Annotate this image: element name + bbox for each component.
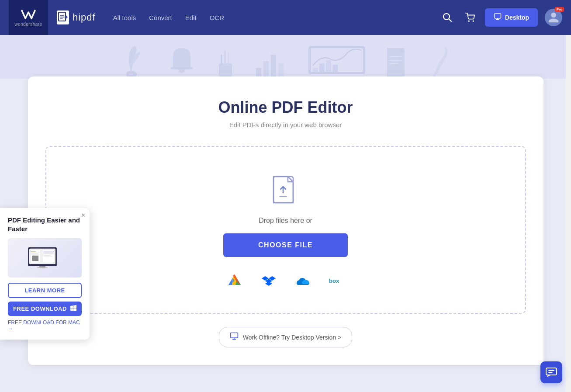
- svg-point-10: [179, 69, 185, 73]
- hipdf-icon: [57, 10, 69, 24]
- page-subtitle: Edit PDFs directly in your web browser: [45, 121, 526, 128]
- popup-close-button[interactable]: ×: [81, 212, 85, 219]
- desktop-button[interactable]: Desktop: [485, 8, 538, 27]
- popup-image: [8, 238, 82, 278]
- svg-rect-40: [31, 251, 36, 252]
- desktop-banner: Work Offline? Try Desktop Version >: [45, 327, 526, 347]
- svg-rect-13: [228, 52, 229, 66]
- upload-icon: [270, 173, 301, 208]
- popup-title: PDF Editing Easier and Faster: [8, 216, 82, 233]
- popup-download-button[interactable]: FREE DOWNLOAD: [8, 302, 82, 316]
- svg-rect-15: [256, 68, 261, 77]
- popup-img-inner: [8, 238, 82, 278]
- box-button[interactable]: box: [326, 270, 347, 291]
- cloud-services: box: [64, 270, 508, 291]
- desktop-btn-label: Desktop: [505, 14, 529, 21]
- popup-download-label: FREE DOWNLOAD: [13, 305, 67, 312]
- svg-rect-17: [271, 55, 276, 77]
- svg-rect-12: [224, 50, 226, 66]
- desktop-version-link[interactable]: Work Offline? Try Desktop Version >: [219, 327, 353, 347]
- windows-icon: [70, 305, 76, 312]
- svg-rect-25: [332, 65, 338, 72]
- page-title: Online PDF Editor: [45, 98, 526, 117]
- scrollbar[interactable]: [566, 0, 571, 392]
- nav-ocr[interactable]: OCR: [210, 12, 224, 24]
- svg-point-3: [468, 21, 469, 21]
- svg-rect-42: [31, 253, 38, 254]
- svg-rect-23: [319, 63, 325, 72]
- svg-rect-5: [494, 14, 501, 18]
- google-drive-button[interactable]: [224, 270, 245, 291]
- svg-rect-47: [43, 255, 51, 256]
- svg-rect-48: [43, 256, 53, 257]
- svg-rect-49: [39, 266, 45, 267]
- svg-rect-51: [546, 368, 557, 375]
- hipdf-text: hipdf: [73, 12, 96, 23]
- pro-badge: Pro: [555, 7, 564, 12]
- brand: wondershare hipdf: [9, 0, 104, 35]
- drop-text: Drop files here or: [64, 217, 508, 225]
- wondershare-logo: wondershare: [9, 0, 48, 35]
- svg-rect-41: [31, 252, 40, 253]
- svg-point-4: [473, 21, 474, 21]
- svg-rect-43: [31, 254, 40, 255]
- svg-rect-14: [221, 55, 222, 66]
- popup-card: × PDF Editing Easier and Faster: [0, 208, 90, 340]
- dropbox-button[interactable]: [258, 270, 279, 291]
- user-avatar-wrapper: Pro: [545, 9, 562, 26]
- popup-learn-more-button[interactable]: LEARN MORE: [8, 283, 82, 298]
- svg-rect-16: [263, 61, 269, 77]
- nav-links: All tools Convert Edit OCR: [113, 12, 439, 24]
- hipdf-logo: hipdf: [48, 10, 104, 24]
- nav-convert[interactable]: Convert: [149, 12, 172, 24]
- drop-zone[interactable]: Drop files here or CHOOSE FILE: [45, 146, 526, 314]
- ws-logo-icon: [20, 9, 37, 21]
- nav-edit[interactable]: Edit: [185, 12, 197, 24]
- svg-rect-24: [326, 60, 331, 72]
- search-button[interactable]: [439, 10, 455, 25]
- chat-button[interactable]: [540, 361, 562, 383]
- choose-file-button[interactable]: CHOOSE FILE: [223, 233, 348, 257]
- svg-rect-44: [32, 255, 38, 261]
- hero-illustration: [123, 44, 448, 79]
- svg-rect-22: [313, 68, 318, 72]
- nav-all-tools[interactable]: All tools: [113, 12, 136, 24]
- svg-rect-18: [278, 63, 284, 77]
- onedrive-button[interactable]: [292, 270, 313, 291]
- popup-mac-link[interactable]: FREE DOWNLOAD FOR MAC →: [8, 319, 82, 332]
- navbar: wondershare hipdf All tools Convert Edit…: [0, 0, 571, 35]
- desktop-banner-icon: [230, 332, 239, 343]
- desktop-icon: [494, 13, 502, 22]
- nav-actions: Desktop Pro: [439, 8, 562, 27]
- cart-button[interactable]: [462, 10, 478, 25]
- hero-background: [0, 35, 571, 79]
- svg-line-2: [449, 19, 451, 22]
- svg-rect-34: [230, 333, 238, 338]
- svg-text:box: box: [329, 278, 339, 284]
- svg-rect-0: [59, 12, 66, 21]
- wondershare-text: wondershare: [14, 22, 42, 27]
- editor-card: Online PDF Editor Edit PDFs directly in …: [28, 76, 543, 365]
- svg-rect-46: [43, 250, 54, 254]
- desktop-banner-text: Work Offline? Try Desktop Version >: [243, 334, 342, 341]
- svg-rect-50: [37, 267, 48, 268]
